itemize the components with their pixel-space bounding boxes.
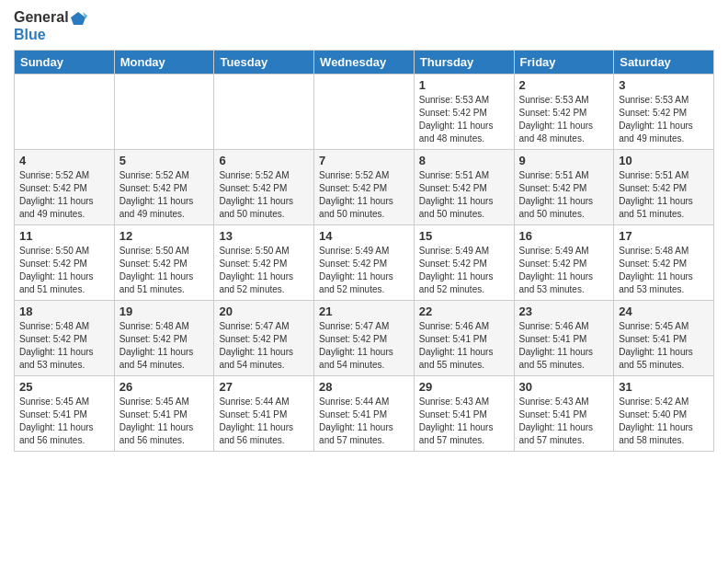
calendar-cell: 17Sunrise: 5:48 AM Sunset: 5:42 PM Dayli… — [614, 225, 714, 301]
day-info: Sunrise: 5:45 AM Sunset: 5:41 PM Dayligh… — [619, 320, 709, 372]
day-info: Sunrise: 5:53 AM Sunset: 5:42 PM Dayligh… — [419, 94, 509, 145]
calendar-cell: 12Sunrise: 5:50 AM Sunset: 5:42 PM Dayli… — [114, 225, 214, 301]
calendar-cell: 6Sunrise: 5:52 AM Sunset: 5:42 PM Daylig… — [214, 150, 314, 225]
day-number: 17 — [619, 229, 709, 243]
day-info: Sunrise: 5:48 AM Sunset: 5:42 PM Dayligh… — [119, 320, 210, 372]
calendar-cell: 7Sunrise: 5:52 AM Sunset: 5:42 PM Daylig… — [314, 150, 415, 225]
week-row-3: 11Sunrise: 5:50 AM Sunset: 5:42 PM Dayli… — [15, 225, 714, 301]
weekday-header-friday: Friday — [514, 51, 614, 75]
day-info: Sunrise: 5:49 AM Sunset: 5:42 PM Dayligh… — [319, 245, 409, 296]
day-info: Sunrise: 5:52 AM Sunset: 5:42 PM Dayligh… — [19, 169, 109, 221]
main-container: General Blue SundayMondayTuesdayWednesda… — [0, 0, 728, 461]
day-number: 13 — [219, 229, 309, 243]
day-number: 23 — [519, 304, 609, 318]
header: General Blue — [14, 9, 714, 42]
calendar-cell — [15, 75, 115, 150]
day-number: 2 — [519, 78, 609, 92]
day-info: Sunrise: 5:49 AM Sunset: 5:42 PM Dayligh… — [419, 245, 509, 296]
calendar-cell: 10Sunrise: 5:51 AM Sunset: 5:42 PM Dayli… — [614, 150, 714, 225]
day-number: 4 — [19, 154, 109, 167]
day-number: 16 — [519, 229, 609, 243]
day-info: Sunrise: 5:42 AM Sunset: 5:40 PM Dayligh… — [619, 396, 709, 447]
day-number: 26 — [119, 380, 210, 394]
day-number: 31 — [619, 380, 709, 394]
day-number: 6 — [219, 154, 309, 167]
calendar-cell: 22Sunrise: 5:46 AM Sunset: 5:41 PM Dayli… — [414, 301, 514, 376]
calendar-cell: 31Sunrise: 5:42 AM Sunset: 5:40 PM Dayli… — [614, 376, 714, 452]
day-number: 1 — [419, 78, 509, 92]
day-info: Sunrise: 5:51 AM Sunset: 5:42 PM Dayligh… — [519, 169, 609, 221]
day-number: 20 — [219, 304, 309, 318]
day-number: 10 — [619, 154, 709, 167]
calendar-cell: 4Sunrise: 5:52 AM Sunset: 5:42 PM Daylig… — [15, 150, 115, 225]
calendar-cell: 21Sunrise: 5:47 AM Sunset: 5:42 PM Dayli… — [314, 301, 415, 376]
weekday-header-monday: Monday — [114, 51, 214, 75]
day-number: 28 — [319, 380, 409, 394]
day-info: Sunrise: 5:51 AM Sunset: 5:42 PM Dayligh… — [419, 169, 509, 221]
day-info: Sunrise: 5:48 AM Sunset: 5:42 PM Dayligh… — [619, 245, 709, 296]
calendar-cell: 30Sunrise: 5:43 AM Sunset: 5:41 PM Dayli… — [514, 376, 614, 452]
week-row-1: 1Sunrise: 5:53 AM Sunset: 5:42 PM Daylig… — [15, 75, 714, 150]
day-info: Sunrise: 5:52 AM Sunset: 5:42 PM Dayligh… — [319, 169, 409, 221]
week-row-5: 25Sunrise: 5:45 AM Sunset: 5:41 PM Dayli… — [15, 376, 714, 452]
day-info: Sunrise: 5:50 AM Sunset: 5:42 PM Dayligh… — [119, 245, 210, 296]
day-number: 29 — [419, 380, 509, 394]
day-number: 9 — [519, 154, 609, 167]
week-row-2: 4Sunrise: 5:52 AM Sunset: 5:42 PM Daylig… — [15, 150, 714, 225]
day-info: Sunrise: 5:43 AM Sunset: 5:41 PM Dayligh… — [419, 396, 509, 447]
calendar-cell: 14Sunrise: 5:49 AM Sunset: 5:42 PM Dayli… — [314, 225, 415, 301]
day-number: 15 — [419, 229, 509, 243]
calendar-cell: 26Sunrise: 5:45 AM Sunset: 5:41 PM Dayli… — [114, 376, 214, 452]
day-info: Sunrise: 5:49 AM Sunset: 5:42 PM Dayligh… — [519, 245, 609, 296]
day-info: Sunrise: 5:52 AM Sunset: 5:42 PM Dayligh… — [119, 169, 210, 221]
day-number: 8 — [419, 154, 509, 167]
calendar-cell — [314, 75, 415, 150]
day-number: 7 — [319, 154, 409, 167]
day-number: 22 — [419, 304, 509, 318]
calendar-cell: 29Sunrise: 5:43 AM Sunset: 5:41 PM Dayli… — [414, 376, 514, 452]
day-info: Sunrise: 5:48 AM Sunset: 5:42 PM Dayligh… — [19, 320, 109, 372]
day-number: 21 — [319, 304, 409, 318]
day-number: 27 — [219, 380, 309, 394]
weekday-header-tuesday: Tuesday — [214, 51, 314, 75]
day-info: Sunrise: 5:50 AM Sunset: 5:42 PM Dayligh… — [219, 245, 309, 296]
svg-marker-0 — [71, 12, 85, 25]
calendar-cell — [114, 75, 214, 150]
calendar-cell: 16Sunrise: 5:49 AM Sunset: 5:42 PM Dayli… — [514, 225, 614, 301]
day-number: 12 — [119, 229, 210, 243]
calendar-cell: 1Sunrise: 5:53 AM Sunset: 5:42 PM Daylig… — [414, 75, 514, 150]
day-number: 19 — [119, 304, 210, 318]
calendar-cell: 2Sunrise: 5:53 AM Sunset: 5:42 PM Daylig… — [514, 75, 614, 150]
calendar-cell: 5Sunrise: 5:52 AM Sunset: 5:42 PM Daylig… — [114, 150, 214, 225]
weekday-header-sunday: Sunday — [15, 51, 115, 75]
day-number: 25 — [19, 380, 109, 394]
day-info: Sunrise: 5:45 AM Sunset: 5:41 PM Dayligh… — [19, 396, 109, 447]
calendar-cell: 18Sunrise: 5:48 AM Sunset: 5:42 PM Dayli… — [15, 301, 115, 376]
day-number: 3 — [619, 78, 709, 92]
calendar-cell: 24Sunrise: 5:45 AM Sunset: 5:41 PM Dayli… — [614, 301, 714, 376]
logo: General Blue — [14, 9, 87, 42]
day-info: Sunrise: 5:43 AM Sunset: 5:41 PM Dayligh… — [519, 396, 609, 447]
day-number: 24 — [619, 304, 709, 318]
day-info: Sunrise: 5:50 AM Sunset: 5:42 PM Dayligh… — [19, 245, 109, 296]
day-info: Sunrise: 5:51 AM Sunset: 5:42 PM Dayligh… — [619, 169, 709, 221]
day-info: Sunrise: 5:44 AM Sunset: 5:41 PM Dayligh… — [219, 396, 309, 447]
day-info: Sunrise: 5:52 AM Sunset: 5:42 PM Dayligh… — [219, 169, 309, 221]
logo-text: General Blue — [14, 9, 87, 42]
day-info: Sunrise: 5:46 AM Sunset: 5:41 PM Dayligh… — [419, 320, 509, 372]
day-number: 5 — [119, 154, 210, 167]
day-info: Sunrise: 5:44 AM Sunset: 5:41 PM Dayligh… — [319, 396, 409, 447]
weekday-header-row: SundayMondayTuesdayWednesdayThursdayFrid… — [15, 51, 714, 75]
calendar-cell: 8Sunrise: 5:51 AM Sunset: 5:42 PM Daylig… — [414, 150, 514, 225]
calendar-cell: 28Sunrise: 5:44 AM Sunset: 5:41 PM Dayli… — [314, 376, 415, 452]
day-number: 11 — [19, 229, 109, 243]
day-info: Sunrise: 5:53 AM Sunset: 5:42 PM Dayligh… — [519, 94, 609, 145]
weekday-header-saturday: Saturday — [614, 51, 714, 75]
weekday-header-thursday: Thursday — [414, 51, 514, 75]
calendar-cell: 19Sunrise: 5:48 AM Sunset: 5:42 PM Dayli… — [114, 301, 214, 376]
day-info: Sunrise: 5:47 AM Sunset: 5:42 PM Dayligh… — [319, 320, 409, 372]
calendar-cell: 25Sunrise: 5:45 AM Sunset: 5:41 PM Dayli… — [15, 376, 115, 452]
day-info: Sunrise: 5:45 AM Sunset: 5:41 PM Dayligh… — [119, 396, 210, 447]
calendar-cell: 13Sunrise: 5:50 AM Sunset: 5:42 PM Dayli… — [214, 225, 314, 301]
day-number: 14 — [319, 229, 409, 243]
